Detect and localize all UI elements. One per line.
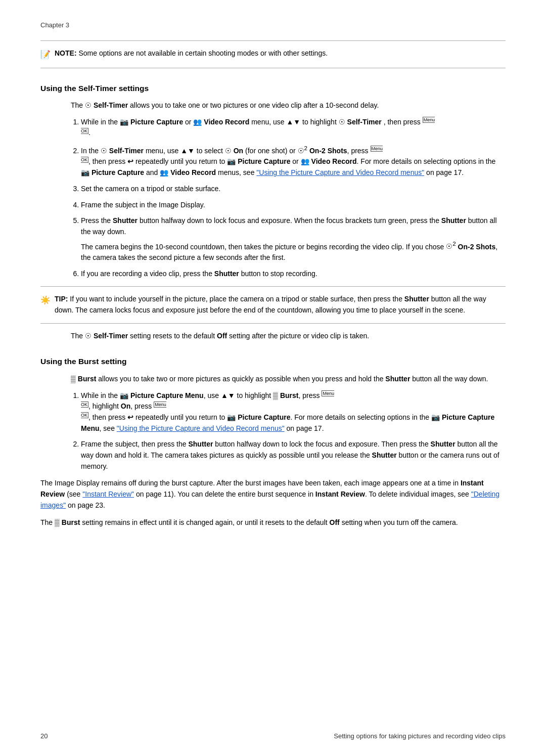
self-timer-closing: The ☉ Self-Timer setting resets to the d… — [71, 331, 506, 342]
burst-intro: ▒ Burst allows you to take two or more p… — [71, 374, 506, 384]
self-timer-intro: The ☉ Self-Timer allows you to take one … — [71, 100, 506, 111]
self-timer-icon-closing: ☉ — [85, 332, 92, 340]
link-capture-video-burst[interactable]: "Using the Picture Capture and Video Rec… — [117, 424, 285, 432]
note-content: Some options are not available in certai… — [78, 49, 328, 57]
page-number: 20 — [40, 731, 48, 741]
camera-icon-1: 📷 — [120, 118, 128, 126]
burst-section-title: Using the Burst setting — [40, 355, 506, 367]
burst-icon-1: ▒ — [71, 375, 76, 383]
video-icon-2: 👥 — [301, 157, 309, 165]
self-timer-step-5: Press the Shutter button halfway down to… — [81, 215, 506, 263]
burst-icon-2: ▒ — [273, 391, 278, 399]
video-icon-3: 👥 — [160, 168, 168, 176]
burst-icon-closing: ▒ — [55, 518, 60, 526]
self-timer-step-1: While in the 📷 Picture Capture or 👥 Vide… — [81, 117, 506, 139]
note-box: 📝 NOTE: Some options are not available i… — [40, 48, 506, 61]
self-timer-step-6: If you are recording a video clip, press… — [81, 269, 506, 280]
self-timer-section-title: Using the Self-Timer settings — [40, 82, 506, 94]
note-icon: 📝 — [40, 49, 51, 61]
burst-step-1: While in the 📷 Picture Capture Menu, use… — [81, 390, 506, 434]
note-divider-bottom — [40, 68, 506, 68]
self-timer-icon-4: ☉ — [225, 147, 232, 155]
self-timer-step-5-cont: The camera begins the 10-second countdow… — [81, 240, 506, 263]
burst-para2: The ▒ Burst setting remains in effect un… — [40, 517, 506, 528]
note-text: NOTE: Some options are not available in … — [55, 48, 328, 59]
camera-icon-burst-1: 📷 — [120, 391, 128, 399]
self-timer-icon-2: ☉ — [339, 118, 345, 126]
top-divider — [40, 40, 506, 41]
self-timer-step-2: In the ☉ Self-Timer menu, use ▲▼ to sele… — [81, 144, 506, 179]
self-timer-steps: While in the 📷 Picture Capture or 👥 Vide… — [71, 117, 506, 280]
footer: 20 Setting options for taking pictures a… — [40, 731, 506, 741]
burst-steps: While in the 📷 Picture Capture Menu, use… — [71, 390, 506, 472]
video-icon-1: 👥 — [193, 118, 202, 126]
tip-text: TIP: If you want to include yourself in … — [55, 294, 506, 316]
link-capture-video[interactable]: "Using the Picture Capture and Video Rec… — [256, 168, 424, 176]
camera-icon-burst-2: 📷 — [227, 413, 236, 421]
camera-icon-3: 📷 — [81, 168, 89, 176]
self-timer-icon-3: ☉ — [101, 147, 107, 155]
burst-para1: The Image Display remains off during the… — [40, 478, 506, 511]
tip-icon: ☀️ — [40, 294, 51, 306]
tip-divider-bottom — [40, 323, 506, 324]
chapter-header: Chapter 3 — [40, 20, 506, 30]
burst-step-2: Frame the subject, then press the Shutte… — [81, 439, 506, 472]
tip-content: If you want to include yourself in the p… — [55, 295, 486, 314]
self-timer-step-4: Frame the subject in the Image Display. — [81, 200, 506, 211]
tip-box: ☀️ TIP: If you want to include yourself … — [40, 294, 506, 316]
self-timer-icon-1: ☉ — [85, 101, 92, 109]
on2-icon: ☉2 — [298, 147, 307, 155]
on2-icon-2: ☉2 — [446, 242, 456, 250]
footer-description: Setting options for taking pictures and … — [334, 731, 506, 741]
tip-label: TIP: — [55, 295, 68, 303]
link-instant-review[interactable]: "Instant Review" — [82, 490, 134, 498]
camera-icon-burst-3: 📷 — [431, 413, 440, 421]
tip-divider-top — [40, 286, 506, 287]
camera-icon-2: 📷 — [227, 157, 236, 165]
chapter-label: Chapter 3 — [40, 21, 69, 29]
self-timer-step-3: Set the camera on a tripod or stable sur… — [81, 184, 506, 195]
note-label: NOTE: — [55, 49, 77, 57]
